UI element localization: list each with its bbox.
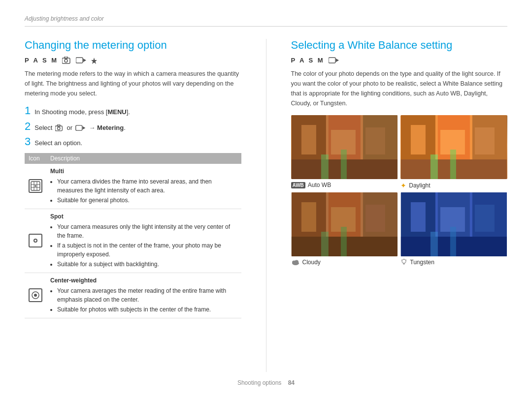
wb-cloudy-text: Cloudy [302, 259, 321, 266]
left-section-desc: The metering mode refers to the way in w… [25, 69, 241, 98]
wb-label-tungsten: Tungsten [400, 259, 507, 266]
table-row: Spot Your camera measures only the light… [25, 209, 241, 273]
wb-photo-container-daylight: ✦ Daylight [400, 115, 507, 189]
wb-label-daylight: ✦ Daylight [400, 182, 507, 189]
video-icon-left [76, 57, 87, 64]
step-3-num: 3 [25, 136, 31, 147]
spot-center [33, 239, 37, 243]
right-pasm-row: P A S M [291, 57, 508, 64]
spot-bullet-3: Suitable for a subject with backlighting… [57, 260, 237, 269]
svg-rect-3 [76, 58, 83, 63]
step-2: 2 Select or → Metering. [25, 121, 241, 133]
photo-auto-svg [291, 115, 398, 179]
table-header-icon: Icon [25, 153, 46, 164]
step-1-num: 1 [25, 105, 31, 116]
multi-bullet-1: Your camera divides the frame into sever… [57, 177, 237, 195]
wb-daylight-text: Daylight [409, 182, 430, 189]
right-section-desc: The color of your photo depends on the t… [291, 69, 508, 108]
step-2-num: 2 [25, 121, 31, 132]
left-section-title: Changing the metering option [25, 39, 241, 52]
spot-bullet-2: If a subject is not in the center of the… [57, 241, 237, 259]
svg-rect-31 [321, 154, 328, 179]
left-pasm-letters: P A S M [25, 57, 58, 64]
photo-daylight-img [400, 115, 507, 179]
spot-icon [29, 234, 42, 247]
page-wrapper: Adjusting brightness and color Changing … [0, 0, 532, 401]
wb-photo-container-auto: AWB Auto WB [291, 115, 398, 189]
photo-tungsten-img [400, 192, 507, 256]
svg-rect-68 [475, 205, 495, 232]
svg-point-59 [295, 260, 299, 264]
menu-keyword: MENU [107, 108, 126, 116]
svg-rect-29 [365, 127, 385, 154]
wb-photo-container-tungsten: Tungsten [400, 192, 507, 266]
step-3-text: Select an option. [34, 138, 82, 148]
center-icon [29, 288, 42, 302]
svg-rect-71 [450, 227, 456, 256]
svg-rect-1 [65, 57, 67, 59]
right-pasm-letters: P A S M [291, 57, 325, 64]
step-2-text: Select or → Metering. [34, 123, 126, 133]
footer-page: 84 [288, 379, 295, 386]
svg-rect-27 [301, 125, 316, 154]
step-1: 1 In Shooting mode, press [MENU]. [25, 105, 241, 117]
step-3: 3 Select an option. [25, 136, 241, 148]
table-icon-cell [25, 164, 46, 209]
wb-photo-daylight [400, 115, 507, 179]
wb-auto-text: Auto WB [308, 182, 331, 188]
breadcrumb: Adjusting brightness and color [25, 15, 104, 22]
svg-rect-56 [340, 227, 346, 256]
video-icon-step2 [75, 124, 86, 131]
row-title-center: Center-weighted [50, 276, 237, 285]
svg-rect-9 [76, 125, 82, 130]
svg-line-77 [406, 260, 406, 260]
row-title-multi: Multi [50, 167, 237, 176]
wb-photo-grid: AWB Auto WB [291, 115, 508, 266]
column-divider [266, 39, 266, 372]
multi-bullet-2: Suitable for general photos. [57, 196, 237, 205]
center-bullet-2: Suitable for photos with subjects in the… [57, 305, 237, 314]
svg-rect-70 [431, 232, 438, 256]
svg-marker-10 [83, 126, 86, 130]
multi-bullets: Your camera divides the frame into sever… [50, 177, 237, 205]
table-desc-cell: Multi Your camera divides the frame into… [46, 164, 241, 209]
svg-marker-5 [91, 58, 97, 64]
svg-rect-43 [431, 154, 438, 179]
video-icon-right [329, 57, 339, 64]
multi-svg [31, 181, 40, 191]
wb-label-cloudy: Cloudy [291, 259, 398, 266]
svg-point-8 [58, 127, 60, 130]
spot-bullets: Your camera measures only the light inte… [50, 222, 237, 269]
table-icon-cell [25, 209, 46, 273]
camera-icon-left [62, 57, 72, 64]
svg-line-76 [401, 260, 402, 260]
page-header: Adjusting brightness and color [25, 15, 507, 27]
svg-rect-41 [475, 127, 495, 154]
photo-cloudy-svg [291, 192, 398, 256]
table-desc-cell: Spot Your camera measures only the light… [46, 209, 241, 273]
wb-photo-tungsten [400, 192, 507, 256]
step-1-text: In Shooting mode, press [MENU]. [34, 107, 130, 117]
table-icon-cell [25, 273, 46, 318]
svg-rect-44 [450, 150, 456, 179]
left-column: Changing the metering option P A S M [25, 39, 241, 372]
svg-rect-51 [301, 202, 316, 232]
svg-rect-7 [58, 125, 60, 127]
svg-rect-32 [340, 150, 346, 179]
table-desc-cell: Center-weighted Your camera averages the… [46, 273, 241, 318]
left-pasm-row: P A S M [25, 57, 241, 64]
multi-icon [29, 179, 42, 193]
svg-marker-20 [336, 59, 339, 62]
svg-point-72 [402, 259, 406, 263]
svg-point-2 [65, 60, 67, 62]
footer-text: Shooting options [237, 379, 281, 386]
right-section-title: Selecting a White Balance setting [291, 39, 508, 52]
arrow-right: → [89, 124, 95, 131]
photo-daylight-svg [400, 115, 507, 179]
row-title-spot: Spot [50, 212, 237, 221]
svg-point-18 [34, 294, 37, 297]
photo-tungsten-svg [400, 192, 507, 256]
wb-sun-icon: ✦ [400, 182, 406, 189]
wb-tungsten-text: Tungsten [410, 259, 434, 266]
photo-cloudy-img [291, 192, 398, 256]
